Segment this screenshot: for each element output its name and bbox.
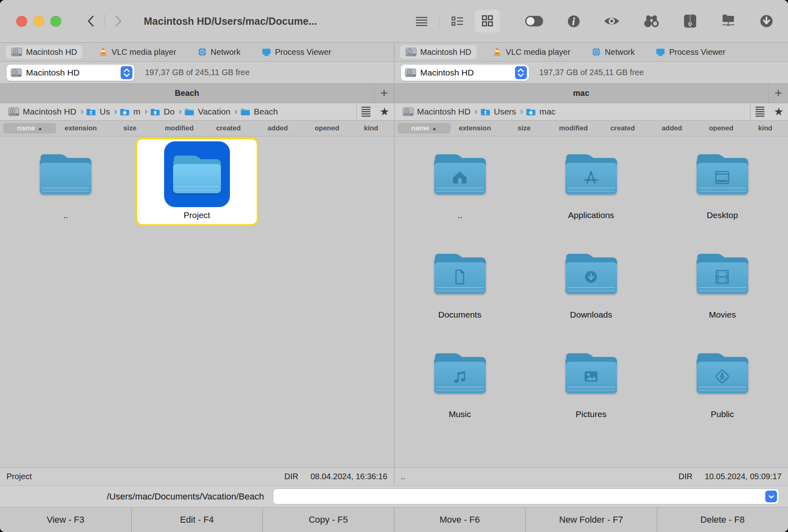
file-item-icon-area <box>558 241 624 307</box>
file-item[interactable]: .. <box>0 137 131 236</box>
breadcrumb-item[interactable]: Beach <box>240 107 278 117</box>
column-header[interactable]: size ▲ <box>105 124 154 132</box>
tab[interactable]: Process Viewer <box>650 45 731 59</box>
tab[interactable]: Macintosh HD <box>400 45 477 59</box>
folder-icon <box>565 353 617 394</box>
column-header[interactable]: added ▲ <box>253 124 302 132</box>
file-item[interactable]: Project <box>131 137 262 236</box>
list-view-icon[interactable] <box>450 15 464 28</box>
file-item[interactable]: Public <box>657 336 788 435</box>
function-button[interactable]: Edit - F4 <box>131 508 263 532</box>
full-view-menu-icon[interactable] <box>414 15 429 28</box>
column-header[interactable]: created ▲ <box>204 124 253 132</box>
close-button[interactable] <box>16 16 27 27</box>
archive-zipper-icon[interactable] <box>683 14 697 28</box>
column-header[interactable]: kind ▲ <box>352 124 391 132</box>
column-header[interactable]: opened ▲ <box>697 124 746 132</box>
folder-icon <box>173 155 221 193</box>
file-grid: .. Project <box>0 136 394 467</box>
tab[interactable]: Macintosh HD <box>6 45 82 59</box>
function-button[interactable]: Move - F6 <box>394 508 526 532</box>
breadcrumb-item[interactable]: Macintosh HD <box>8 106 86 117</box>
breadcrumb-item[interactable]: Macintosh HD <box>403 106 480 117</box>
command-input[interactable] <box>273 489 779 504</box>
file-grid: .. Applications <box>394 136 788 467</box>
column-header[interactable]: size ▲ <box>500 124 549 132</box>
drive-select[interactable]: Macintosh HD <box>401 65 529 81</box>
folder-emblem-icon <box>582 169 600 186</box>
file-item-icon-area <box>558 141 624 207</box>
file-item[interactable]: .. <box>394 137 526 236</box>
new-tab-button[interactable]: + <box>768 84 788 103</box>
status-item-name: Project <box>6 472 32 481</box>
column-header[interactable]: name ▲ <box>398 123 450 134</box>
tab[interactable]: VLC media player <box>487 45 576 59</box>
drive-select[interactable]: Macintosh HD <box>6 65 134 81</box>
drive-select-stepper-icon[interactable] <box>121 66 132 79</box>
breadcrumb-item[interactable]: Vacation <box>184 106 240 117</box>
tab[interactable]: VLC media player <box>93 45 182 59</box>
file-item[interactable]: Downloads <box>526 236 657 336</box>
column-header[interactable]: name ▲ <box>3 123 56 134</box>
column-header[interactable]: kind ▲ <box>746 124 785 132</box>
drive-bar-left: Macintosh HD 197,37 GB of 245,11 GB free <box>0 62 394 83</box>
favorites-star-icon[interactable]: ★ <box>769 103 788 120</box>
path-menu-icon[interactable] <box>750 103 769 120</box>
free-space-label: 197,37 GB of 245,11 GB free <box>539 68 644 77</box>
column-header[interactable]: added ▲ <box>647 124 697 132</box>
view-switcher <box>414 10 500 32</box>
breadcrumb-icon <box>86 107 96 116</box>
grid-view-icon[interactable] <box>475 10 500 32</box>
folder-icon <box>697 353 748 394</box>
download-icon[interactable] <box>760 14 773 28</box>
column-header[interactable]: created ▲ <box>598 124 647 132</box>
tab[interactable]: Network <box>192 45 246 59</box>
back-button[interactable] <box>84 14 98 28</box>
column-header[interactable]: opened ▲ <box>302 124 351 132</box>
column-label: kind <box>364 124 378 132</box>
breadcrumb-label: Us <box>100 107 110 117</box>
preview-eye-icon[interactable] <box>604 15 620 27</box>
pane-title-left: Beach + <box>0 84 394 103</box>
breadcrumb-item[interactable]: mac <box>526 107 556 117</box>
breadcrumb-item[interactable]: Users <box>480 106 526 117</box>
info-icon[interactable] <box>567 15 580 28</box>
file-item[interactable]: Music <box>394 336 526 435</box>
file-item[interactable]: Desktop <box>657 137 788 236</box>
column-label: size <box>517 124 530 132</box>
favorites-star-icon[interactable]: ★ <box>375 103 394 120</box>
function-button[interactable]: Delete - F8 <box>657 508 788 532</box>
column-label: modified <box>165 124 194 132</box>
toggle-switch-icon[interactable] <box>524 15 544 28</box>
breadcrumb-item[interactable]: m <box>119 106 150 117</box>
function-button[interactable]: New Folder - F7 <box>525 508 657 532</box>
column-header[interactable]: modified ▲ <box>549 124 598 132</box>
breadcrumb-bar-left: Macintosh HD Us m Do <box>0 103 394 120</box>
tab-bars: Macintosh HD VLC media player Network Pr… <box>0 43 788 62</box>
function-button[interactable]: View - F3 <box>0 508 131 532</box>
breadcrumb-icon <box>403 107 414 117</box>
column-header[interactable]: modified ▲ <box>155 124 204 132</box>
network-folder-icon[interactable] <box>720 14 736 28</box>
file-item-card: Applications <box>530 138 652 226</box>
drive-select-stepper-icon[interactable] <box>515 66 527 79</box>
zoom-button[interactable] <box>50 16 61 27</box>
search-binoculars-icon[interactable] <box>643 15 660 28</box>
file-item[interactable]: Movies <box>657 236 788 336</box>
function-button[interactable]: Copy - F5 <box>262 508 394 532</box>
column-header-left: name ▲ extension ▲ size ▲ modified <box>0 121 394 136</box>
file-item[interactable]: Documents <box>394 236 526 336</box>
column-header[interactable]: extension ▲ <box>450 124 500 132</box>
breadcrumb-item[interactable]: Us <box>86 106 119 117</box>
command-history-dropdown-icon[interactable] <box>765 491 777 502</box>
new-tab-button[interactable]: + <box>374 84 394 103</box>
file-item[interactable]: Pictures <box>526 336 657 435</box>
minimize-button[interactable] <box>33 16 44 27</box>
column-header[interactable]: extension ▲ <box>56 124 105 132</box>
tab[interactable]: Network <box>586 45 640 59</box>
forward-button[interactable] <box>111 14 125 28</box>
path-menu-icon[interactable] <box>356 103 375 120</box>
file-item[interactable]: Applications <box>526 137 657 236</box>
tab[interactable]: Process Viewer <box>256 45 337 59</box>
breadcrumb-item[interactable]: Do <box>150 106 184 117</box>
